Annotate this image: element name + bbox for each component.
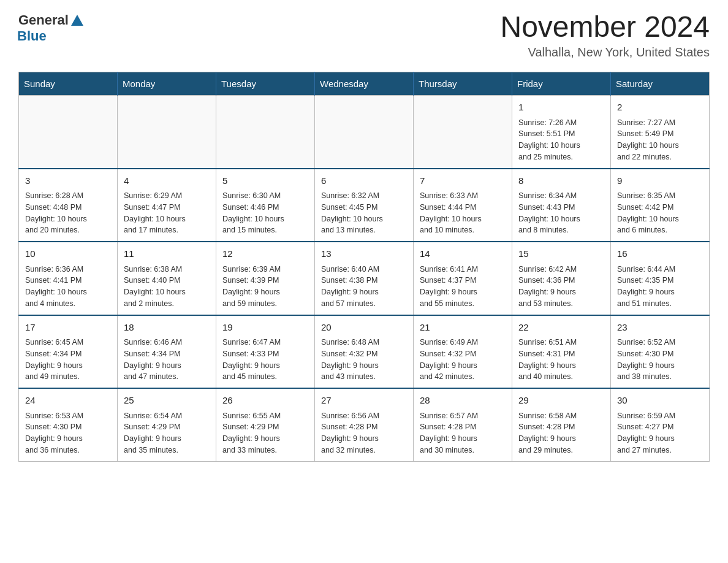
calendar-cell [19, 96, 118, 169]
day-number: 13 [321, 247, 407, 261]
calendar-cell: 11Sunrise: 6:38 AM Sunset: 4:40 PM Dayli… [118, 242, 216, 315]
page-header: General Blue November 2024 Valhalla, New… [18, 12, 710, 59]
day-info: Sunrise: 6:32 AM Sunset: 4:45 PM Dayligh… [321, 190, 407, 236]
calendar-cell: 17Sunrise: 6:45 AM Sunset: 4:34 PM Dayli… [19, 315, 118, 389]
day-number: 29 [518, 394, 604, 408]
calendar-cell: 14Sunrise: 6:41 AM Sunset: 4:37 PM Dayli… [414, 242, 512, 315]
week-row-4: 17Sunrise: 6:45 AM Sunset: 4:34 PM Dayli… [19, 315, 710, 389]
day-number: 25 [124, 394, 210, 408]
day-info: Sunrise: 6:53 AM Sunset: 4:30 PM Dayligh… [25, 410, 111, 456]
day-number: 1 [518, 101, 604, 115]
calendar-cell: 16Sunrise: 6:44 AM Sunset: 4:35 PM Dayli… [611, 242, 710, 315]
col-header-wednesday: Wednesday [315, 72, 414, 96]
calendar-cell: 6Sunrise: 6:32 AM Sunset: 4:45 PM Daylig… [315, 169, 414, 242]
day-info: Sunrise: 6:35 AM Sunset: 4:42 PM Dayligh… [617, 190, 703, 236]
calendar-cell: 1Sunrise: 7:26 AM Sunset: 5:51 PM Daylig… [512, 96, 611, 169]
day-number: 24 [25, 394, 111, 408]
calendar-cell: 23Sunrise: 6:52 AM Sunset: 4:30 PM Dayli… [611, 315, 710, 389]
calendar-cell: 5Sunrise: 6:30 AM Sunset: 4:46 PM Daylig… [216, 169, 315, 242]
col-header-friday: Friday [512, 72, 611, 96]
day-number: 23 [617, 321, 703, 335]
calendar-cell: 25Sunrise: 6:54 AM Sunset: 4:29 PM Dayli… [118, 388, 216, 461]
logo-general-label: General [18, 12, 69, 28]
day-info: Sunrise: 6:40 AM Sunset: 4:38 PM Dayligh… [321, 264, 407, 310]
day-info: Sunrise: 6:38 AM Sunset: 4:40 PM Dayligh… [124, 264, 210, 310]
day-number: 3 [25, 174, 111, 188]
day-number: 21 [420, 321, 506, 335]
day-number: 6 [321, 174, 407, 188]
calendar-cell: 22Sunrise: 6:51 AM Sunset: 4:31 PM Dayli… [512, 315, 611, 389]
day-info: Sunrise: 6:34 AM Sunset: 4:43 PM Dayligh… [518, 190, 604, 236]
col-header-monday: Monday [118, 72, 216, 96]
day-info: Sunrise: 6:57 AM Sunset: 4:28 PM Dayligh… [420, 410, 506, 456]
calendar-cell: 30Sunrise: 6:59 AM Sunset: 4:27 PM Dayli… [611, 388, 710, 461]
day-info: Sunrise: 6:52 AM Sunset: 4:30 PM Dayligh… [617, 337, 703, 383]
calendar-cell: 9Sunrise: 6:35 AM Sunset: 4:42 PM Daylig… [611, 169, 710, 242]
calendar-cell: 13Sunrise: 6:40 AM Sunset: 4:38 PM Dayli… [315, 242, 414, 315]
day-number: 26 [222, 394, 308, 408]
week-row-5: 24Sunrise: 6:53 AM Sunset: 4:30 PM Dayli… [19, 388, 710, 461]
calendar-cell [216, 96, 315, 169]
day-info: Sunrise: 6:42 AM Sunset: 4:36 PM Dayligh… [518, 264, 604, 310]
day-number: 16 [617, 247, 703, 261]
calendar-cell: 18Sunrise: 6:46 AM Sunset: 4:34 PM Dayli… [118, 315, 216, 389]
day-info: Sunrise: 6:33 AM Sunset: 4:44 PM Dayligh… [420, 190, 506, 236]
day-info: Sunrise: 6:59 AM Sunset: 4:27 PM Dayligh… [617, 410, 703, 456]
logo-blue-label: Blue [17, 28, 47, 44]
day-info: Sunrise: 6:29 AM Sunset: 4:47 PM Dayligh… [124, 190, 210, 236]
day-info: Sunrise: 6:30 AM Sunset: 4:46 PM Dayligh… [222, 190, 308, 236]
col-header-sunday: Sunday [19, 72, 118, 96]
day-number: 9 [617, 174, 703, 188]
day-number: 4 [124, 174, 210, 188]
day-number: 28 [420, 394, 506, 408]
calendar-cell: 12Sunrise: 6:39 AM Sunset: 4:39 PM Dayli… [216, 242, 315, 315]
day-info: Sunrise: 7:27 AM Sunset: 5:49 PM Dayligh… [617, 117, 703, 163]
week-row-1: 1Sunrise: 7:26 AM Sunset: 5:51 PM Daylig… [19, 96, 710, 169]
calendar-cell: 15Sunrise: 6:42 AM Sunset: 4:36 PM Dayli… [512, 242, 611, 315]
calendar-cell: 4Sunrise: 6:29 AM Sunset: 4:47 PM Daylig… [118, 169, 216, 242]
location-label: Valhalla, New York, United States [500, 45, 710, 59]
calendar-cell: 24Sunrise: 6:53 AM Sunset: 4:30 PM Dayli… [19, 388, 118, 461]
calendar-cell: 3Sunrise: 6:28 AM Sunset: 4:48 PM Daylig… [19, 169, 118, 242]
day-info: Sunrise: 6:54 AM Sunset: 4:29 PM Dayligh… [124, 410, 210, 456]
logo: General Blue [18, 12, 83, 44]
day-info: Sunrise: 6:46 AM Sunset: 4:34 PM Dayligh… [124, 337, 210, 383]
calendar-cell [414, 96, 512, 169]
day-info: Sunrise: 6:28 AM Sunset: 4:48 PM Dayligh… [25, 190, 111, 236]
day-info: Sunrise: 6:49 AM Sunset: 4:32 PM Dayligh… [420, 337, 506, 383]
calendar-cell: 28Sunrise: 6:57 AM Sunset: 4:28 PM Dayli… [414, 388, 512, 461]
day-info: Sunrise: 6:48 AM Sunset: 4:32 PM Dayligh… [321, 337, 407, 383]
title-section: November 2024 Valhalla, New York, United… [500, 12, 710, 59]
week-row-2: 3Sunrise: 6:28 AM Sunset: 4:48 PM Daylig… [19, 169, 710, 242]
logo-general-text: General [18, 12, 83, 28]
calendar-cell: 7Sunrise: 6:33 AM Sunset: 4:44 PM Daylig… [414, 169, 512, 242]
day-info: Sunrise: 6:44 AM Sunset: 4:35 PM Dayligh… [617, 264, 703, 310]
calendar-cell [315, 96, 414, 169]
calendar-header-row: SundayMondayTuesdayWednesdayThursdayFrid… [19, 72, 710, 96]
day-number: 7 [420, 174, 506, 188]
month-title: November 2024 [500, 12, 710, 42]
calendar-cell: 27Sunrise: 6:56 AM Sunset: 4:28 PM Dayli… [315, 388, 414, 461]
day-number: 27 [321, 394, 407, 408]
logo-triangle-icon [71, 15, 83, 26]
day-info: Sunrise: 6:47 AM Sunset: 4:33 PM Dayligh… [222, 337, 308, 383]
col-header-tuesday: Tuesday [216, 72, 315, 96]
calendar-cell: 20Sunrise: 6:48 AM Sunset: 4:32 PM Dayli… [315, 315, 414, 389]
calendar-cell: 19Sunrise: 6:47 AM Sunset: 4:33 PM Dayli… [216, 315, 315, 389]
calendar-cell [118, 96, 216, 169]
col-header-thursday: Thursday [414, 72, 512, 96]
day-info: Sunrise: 6:41 AM Sunset: 4:37 PM Dayligh… [420, 264, 506, 310]
day-number: 10 [25, 247, 111, 261]
day-number: 19 [222, 321, 308, 335]
day-info: Sunrise: 6:58 AM Sunset: 4:28 PM Dayligh… [518, 410, 604, 456]
day-info: Sunrise: 6:56 AM Sunset: 4:28 PM Dayligh… [321, 410, 407, 456]
calendar-cell: 2Sunrise: 7:27 AM Sunset: 5:49 PM Daylig… [611, 96, 710, 169]
week-row-3: 10Sunrise: 6:36 AM Sunset: 4:41 PM Dayli… [19, 242, 710, 315]
day-number: 22 [518, 321, 604, 335]
day-info: Sunrise: 6:55 AM Sunset: 4:29 PM Dayligh… [222, 410, 308, 456]
day-number: 14 [420, 247, 506, 261]
day-number: 15 [518, 247, 604, 261]
calendar-table: SundayMondayTuesdayWednesdayThursdayFrid… [18, 72, 710, 462]
calendar-cell: 26Sunrise: 6:55 AM Sunset: 4:29 PM Dayli… [216, 388, 315, 461]
day-number: 5 [222, 174, 308, 188]
